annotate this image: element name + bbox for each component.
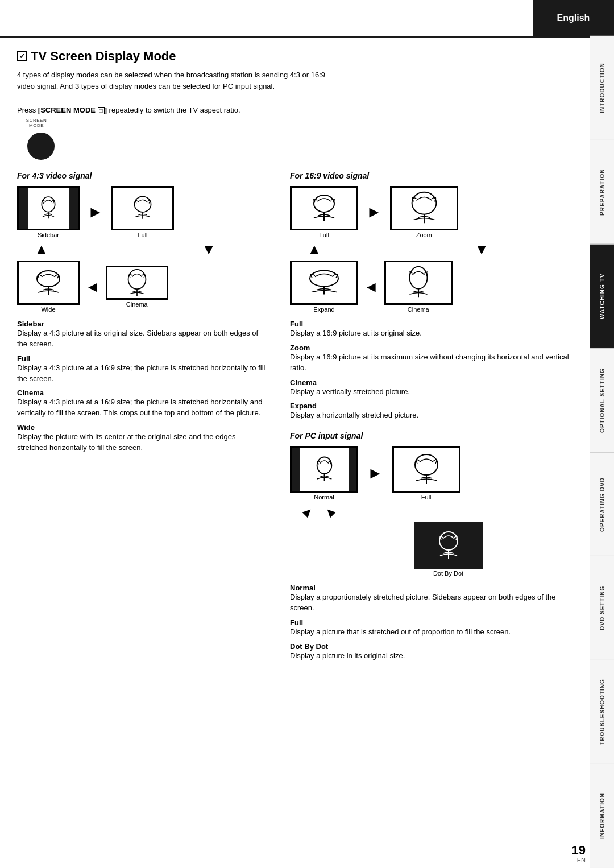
desc-full-169: Full Display a 16:9 picture at its origi…: [290, 320, 572, 339]
cinema-43-frame: [106, 266, 168, 300]
middle-arrows-43: ▲ ▼: [17, 238, 233, 261]
expand-frame-wrap: Expand: [290, 261, 358, 313]
desc-full-43-text: Display a 4:3 picture at a 16:9 size; th…: [17, 363, 267, 385]
signal-header-43: For 4:3 video signal: [17, 171, 267, 180]
desc-cinema-43-title: Cinema: [17, 388, 267, 397]
full-pc-frame-wrap: Full: [392, 446, 460, 501]
divider: [17, 100, 188, 100]
language-bar: English: [533, 0, 614, 36]
expand-label: Expand: [313, 306, 334, 313]
sidebar-tab-optional-setting[interactable]: OPTIONAL SETTING: [590, 348, 614, 452]
arrow-down-169: ▼: [474, 241, 489, 258]
full-169-label: Full: [319, 232, 329, 238]
col-right: For 16:9 video signal: [290, 171, 572, 666]
svg-point-8: [314, 195, 334, 212]
signal-header-pc: For PC input signal: [290, 431, 572, 440]
desc-wide: Wide Display the picture with its center…: [17, 423, 267, 453]
full-pc-frame: [392, 446, 460, 493]
arrow-down-left-1: ▲: [298, 502, 319, 523]
svg-point-14: [409, 267, 427, 289]
full-43-label: Full: [138, 232, 148, 238]
tulip-cinema-169: [396, 263, 441, 302]
arrow-down-left-2: ▲: [319, 502, 340, 523]
sidebar-tab-introduction[interactable]: INTRODUCTION: [590, 36, 614, 140]
bottom-row-43: Wide ◄: [17, 261, 233, 313]
desc-cinema-43-text: Display a 4:3 picture at a 16:9 size; th…: [17, 397, 267, 419]
sidebar-tab-preparation[interactable]: PREPARATION: [590, 140, 614, 244]
tulip-normal-pc: [309, 454, 340, 485]
desc-dotbydot-text: Display a picture in its original size.: [290, 651, 572, 662]
tulip-full-43: [126, 191, 160, 225]
cinema-169-frame: [384, 261, 453, 305]
zoom-frame: [390, 186, 458, 230]
svg-point-12: [310, 271, 338, 287]
sidebar-tab-operating-dvd[interactable]: OPERATING DVD: [590, 452, 614, 556]
full-169-frame: [290, 186, 358, 230]
sidebar-tab-information[interactable]: INFORMATION: [590, 764, 614, 868]
arrow-up-169: ▲: [307, 241, 322, 258]
desc-dotbydot: Dot By Dot Display a picture in its orig…: [290, 642, 572, 662]
tulip-wide: [26, 267, 71, 299]
tulip-dotbydot: [429, 527, 468, 564]
arrow-down-43: ▼: [201, 241, 216, 258]
desc-cinema-169: Cinema Display a vertically stretched pi…: [290, 378, 572, 398]
desc-expand-title: Expand: [290, 402, 572, 410]
zoom-label: Zoom: [416, 232, 432, 238]
press-text: Press [SCREEN MODE □] repeatedly to swit…: [17, 106, 572, 114]
svg-point-20: [439, 532, 458, 550]
diagram-43: Sidebar ►: [17, 186, 233, 313]
top-row-169: Full ►: [290, 186, 506, 238]
sidebar-tab-troubleshooting[interactable]: TROUBLESHOOTING: [590, 660, 614, 764]
sidebar-tab-dvd-setting[interactable]: DVD SETTING: [590, 556, 614, 660]
page-number: 19: [572, 843, 586, 858]
screen-mode-button: [27, 133, 55, 160]
screen-mode-area: Press [SCREEN MODE □] repeatedly to swit…: [17, 106, 572, 160]
full-169-frame-wrap: Full: [290, 186, 358, 238]
desc-zoom-text: Display a 16:9 picture at its maximum si…: [290, 352, 572, 374]
desc-full-pc: Full Display a picture that is stretched…: [290, 618, 572, 638]
signal-header-169: For 16:9 video signal: [290, 171, 572, 180]
desc-full-43-title: Full: [17, 354, 267, 363]
tulip-expand: [296, 266, 352, 300]
svg-point-6: [128, 270, 146, 289]
wide-frame-wrap: Wide: [17, 261, 80, 313]
desc-cinema-43: Cinema Display a 4:3 picture at a 16:9 s…: [17, 388, 267, 419]
descriptions-pc: Normal Display a proportionately stretch…: [290, 584, 572, 661]
sidebar-frame-wrap: Sidebar: [17, 186, 80, 238]
arrow-left-169: ◄: [364, 278, 379, 296]
svg-point-16: [317, 457, 331, 473]
page-lang: EN: [577, 857, 586, 863]
arrow-up-43: ▲: [34, 241, 49, 258]
bottom-row-169: Expand ◄: [290, 261, 506, 313]
desc-full-169-text: Display a 16:9 picture at its original s…: [290, 328, 572, 339]
sidebar-bar-normal-right: [349, 448, 356, 491]
desc-cinema-169-title: Cinema: [290, 378, 572, 387]
cinema-43-frame-wrap: Cinema: [106, 266, 168, 308]
sidebar-tab-watching-tv[interactable]: WATCHING TV: [590, 244, 614, 348]
svg-point-2: [134, 196, 151, 212]
page-title: ✓ TV Screen Display Mode: [17, 49, 572, 64]
descriptions-169: Full Display a 16:9 picture at its origi…: [290, 320, 572, 421]
normal-frame: [290, 446, 358, 493]
normal-label: Normal: [314, 494, 334, 501]
zoom-frame-wrap: Zoom: [390, 186, 458, 238]
desc-expand-text: Display a horizontally stretched picture…: [290, 410, 572, 421]
diagram-pc: Normal ►: [290, 446, 572, 577]
desc-sidebar-title: Sidebar: [17, 320, 267, 328]
desc-sidebar: Sidebar Display a 4:3 picture at its ori…: [17, 320, 267, 350]
screen-mode-label: SCREENMODE: [23, 118, 50, 128]
tulip-zoom: [399, 189, 450, 228]
sidebar-bar-left: [19, 188, 28, 229]
normal-frame-wrap: Normal: [290, 446, 358, 501]
page-title-text: TV Screen Display Mode: [31, 49, 176, 64]
diagram-169: Full ►: [290, 186, 506, 313]
desc-cinema-169-text: Display a vertically stretched picture.: [290, 387, 572, 398]
pc-arrows-down: ▲ ▲: [301, 504, 572, 520]
desc-zoom: Zoom Display a 16:9 picture at its maxim…: [290, 344, 572, 374]
desc-full-169-title: Full: [290, 320, 572, 328]
desc-zoom-title: Zoom: [290, 344, 572, 352]
sidebar-bar-right: [69, 188, 78, 229]
dotbydot-frame: [414, 522, 483, 569]
sidebar-bar-normal-left: [292, 448, 300, 491]
desc-dotbydot-title: Dot By Dot: [290, 642, 572, 651]
